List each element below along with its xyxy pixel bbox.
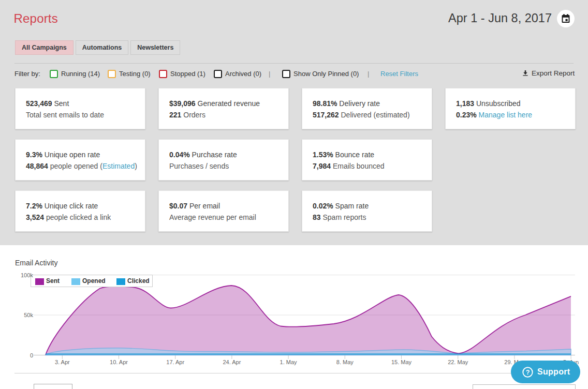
svg-text:24. Apr: 24. Apr bbox=[223, 359, 241, 365]
svg-text:0: 0 bbox=[30, 352, 33, 358]
svg-text:15. May: 15. May bbox=[391, 359, 412, 365]
svg-text:3. Apr: 3. Apr bbox=[55, 359, 70, 365]
svg-text:50k: 50k bbox=[24, 312, 33, 318]
svg-text:8. May: 8. May bbox=[336, 359, 354, 365]
svg-text:22. May: 22. May bbox=[448, 359, 468, 365]
svg-text:10. Apr: 10. Apr bbox=[110, 359, 128, 365]
svg-text:?: ? bbox=[526, 369, 530, 376]
svg-text:1. May: 1. May bbox=[280, 359, 298, 365]
svg-text:17. Apr: 17. Apr bbox=[166, 359, 184, 365]
